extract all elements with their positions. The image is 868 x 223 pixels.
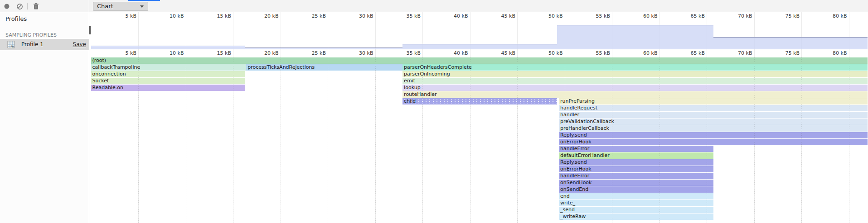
- gridline-dots: [328, 57, 328, 223]
- flame-frame[interactable]: preValidationCallback: [559, 119, 868, 125]
- flame-frame[interactable]: onErrorHook: [559, 139, 868, 145]
- flame-frame[interactable]: onconnection: [91, 71, 246, 77]
- flame-frame[interactable]: Reply.send: [559, 159, 713, 166]
- record-icon[interactable]: [2, 1, 12, 11]
- flame-frame[interactable]: Socket: [91, 78, 246, 84]
- gridline-dots: [470, 57, 470, 223]
- gridline-dots: [565, 57, 565, 223]
- chevron-down-icon: [140, 5, 144, 8]
- svg-text:%: %: [11, 45, 14, 48]
- flame-frame[interactable]: child: [402, 98, 557, 104]
- profiler-window: Chart Profiles SAMPLING PROFILES % Profi…: [0, 0, 868, 223]
- gridline-dots: [422, 57, 423, 223]
- ruler-tick-label: 35 kB: [407, 13, 421, 19]
- flame-frame[interactable]: handleError: [559, 146, 713, 152]
- gridline-dots: [659, 57, 660, 223]
- flame-frame[interactable]: end: [559, 193, 713, 199]
- overview-left-handle[interactable]: [89, 26, 91, 34]
- ruler-tick-label: 15 kB: [217, 50, 231, 56]
- flame-frame[interactable]: defaultErrorHandler: [559, 152, 713, 159]
- gridline-dots: [375, 57, 376, 223]
- flame-frame[interactable]: onSendHook: [559, 180, 713, 186]
- profile-name: Profile 1: [21, 41, 44, 47]
- trash-icon[interactable]: [31, 1, 41, 11]
- ruler-tick-label: 5 kB: [126, 13, 136, 19]
- ruler-tick-label: 55 kB: [596, 50, 610, 56]
- flame-frame[interactable]: _writeRaw: [559, 214, 713, 220]
- ruler-tick-label: 50 kB: [548, 13, 563, 19]
- ruler-tick-label: 60 kB: [643, 13, 657, 19]
- ruler-tick-label: 45 kB: [501, 13, 515, 19]
- sidebar: Profiles SAMPLING PROFILES % Profile 1 S…: [0, 12, 89, 223]
- flame-frame[interactable]: processTicksAndRejections: [246, 64, 402, 71]
- active-tab-indicator: [128, 0, 160, 1]
- ruler-tick-label: 20 kB: [264, 50, 278, 56]
- ruler-tick-label: 60 kB: [643, 50, 657, 56]
- sidebar-item-profile-1[interactable]: % Profile 1 Save: [0, 39, 89, 50]
- ruler-tick-label: 65 kB: [691, 13, 705, 19]
- gridline-dots: [186, 57, 186, 223]
- flame-frame[interactable]: emit: [402, 78, 868, 84]
- clear-icon: [16, 3, 23, 10]
- overview-memory-step: [713, 37, 868, 49]
- gridline-dots: [138, 57, 139, 223]
- gridline-dots: [233, 57, 233, 223]
- chart-mode-value: Chart: [97, 3, 113, 9]
- save-link[interactable]: Save: [73, 41, 86, 47]
- sidebar-section-header: SAMPLING PROFILES: [5, 32, 57, 38]
- ruler-tick-label: 25 kB: [312, 13, 326, 19]
- toolbar-left: [0, 0, 89, 12]
- flame-frame[interactable]: parserOnHeadersComplete: [402, 64, 868, 71]
- flame-frame[interactable]: Reply.send: [559, 132, 868, 138]
- gridline-dots: [707, 57, 707, 223]
- ruler-tick-label: 75 kB: [786, 13, 800, 19]
- ruler-tick-label: 75 kB: [786, 50, 800, 56]
- ruler-tick-label: 70 kB: [738, 50, 752, 56]
- ruler-tick-label: 10 kB: [170, 50, 184, 56]
- flame-frame[interactable]: handler: [559, 112, 868, 118]
- ruler-tick-label: 30 kB: [359, 50, 373, 56]
- flame-frame[interactable]: _send: [559, 207, 713, 213]
- ruler-tick-label: 20 kB: [264, 13, 278, 19]
- clear-icon[interactable]: [15, 1, 24, 11]
- ruler-tick-label: 35 kB: [407, 50, 421, 56]
- chart-mode-select[interactable]: Chart: [93, 2, 148, 11]
- overview-memory-step: [91, 46, 246, 49]
- ruler-tick-label: 70 kB: [738, 13, 752, 19]
- ruler-tick-label: 25 kB: [312, 50, 326, 56]
- flame-frame[interactable]: runPreParsing: [559, 98, 868, 104]
- trash-icon: [33, 3, 39, 10]
- ruler-tick-label: 65 kB: [691, 50, 705, 56]
- flame-frame[interactable]: handleError: [559, 173, 713, 179]
- flame-frame[interactable]: parserOnIncoming: [402, 71, 868, 77]
- flame-frame[interactable]: (root): [91, 57, 868, 64]
- gridline-dots: [281, 57, 281, 223]
- toolbar: Chart: [0, 0, 868, 12]
- gridline-dots: [801, 57, 802, 223]
- flame-frame[interactable]: lookup: [402, 85, 868, 91]
- ruler-tick-label: 80 kB: [833, 13, 847, 19]
- ruler-tick-label: 45 kB: [501, 50, 515, 56]
- toolbar-separator: [27, 3, 28, 9]
- ruler-tick-label: 55 kB: [596, 13, 610, 19]
- record-icon: [4, 3, 10, 9]
- flame-frame[interactable]: handleRequest: [559, 105, 868, 111]
- ruler-tick-label: 50 kB: [548, 50, 563, 56]
- flame-frame[interactable]: routeHandler: [402, 91, 868, 98]
- ruler-tick-label: 15 kB: [217, 13, 231, 19]
- flame-frame[interactable]: preHandlerCallback: [559, 125, 868, 132]
- sidebar-title: Profiles: [5, 15, 27, 22]
- flame-frame[interactable]: onErrorHook: [559, 166, 713, 172]
- profile-icon: %: [7, 41, 15, 48]
- overview-bottom-border: [89, 49, 868, 49]
- flame-frame[interactable]: Readable.on: [91, 85, 246, 91]
- flame-frame[interactable]: callbackTrampoline: [91, 64, 247, 71]
- ruler-tick-label: 30 kB: [359, 13, 373, 19]
- flame-frame[interactable]: onSendEnd: [559, 186, 713, 193]
- gridline-dots: [612, 57, 612, 223]
- gridline-dots: [517, 57, 518, 223]
- ruler-tick-label: 10 kB: [170, 13, 184, 19]
- flame-frame[interactable]: write_: [559, 200, 713, 206]
- overview-memory-step: [402, 44, 557, 49]
- ruler-tick-label: 40 kB: [454, 13, 468, 19]
